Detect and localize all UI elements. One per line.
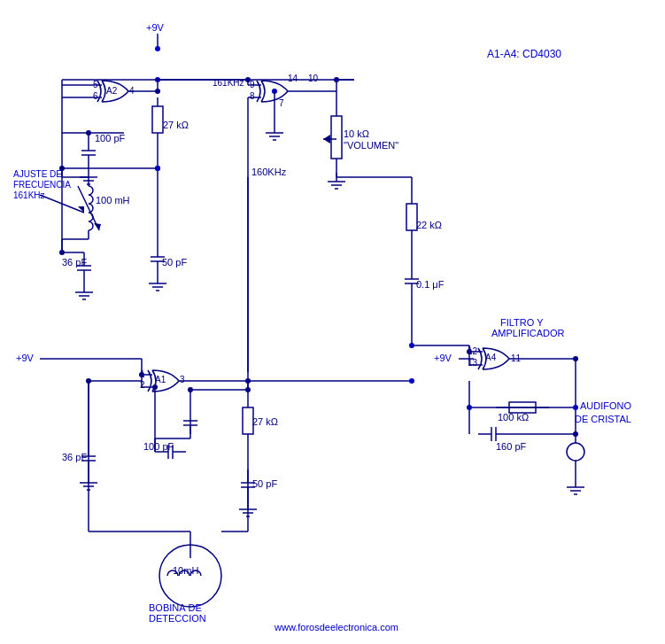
circuit-diagram [0,0,665,644]
